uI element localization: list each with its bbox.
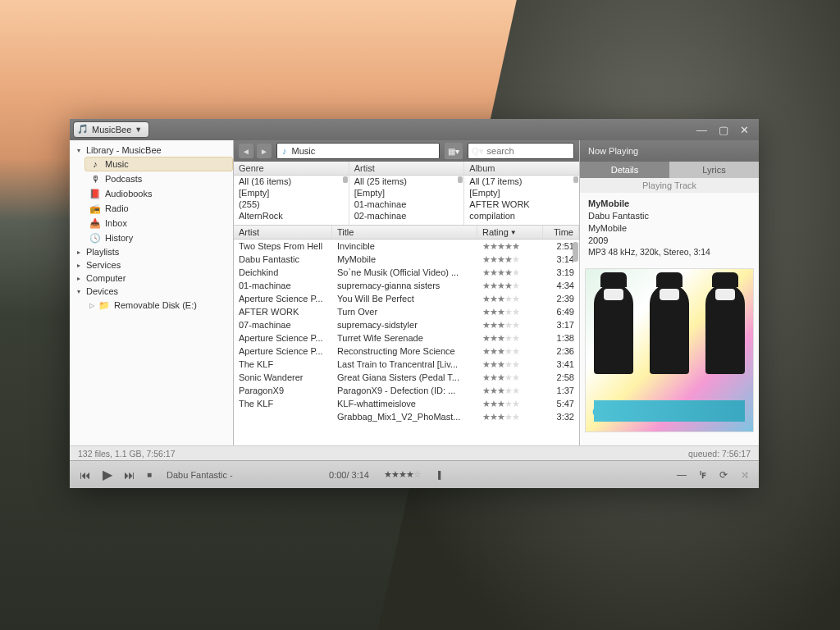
sidebar-library-header[interactable]: ▾ Library - MusicBee — [70, 144, 233, 157]
filter-genre[interactable]: Genre All (16 items)[Empty](255)AlternRo… — [234, 162, 349, 225]
table-row[interactable]: Sonic WandererGreat Giana Sisters (Pedal… — [234, 371, 579, 384]
col-time[interactable]: Time — [543, 226, 579, 239]
filter-artist[interactable]: Artist All (25 items)[Empty]01-machinae0… — [349, 162, 465, 225]
maximize-button[interactable]: ▢ — [719, 124, 728, 136]
minimize-button[interactable]: — — [696, 124, 707, 136]
cell-title: Turret Wife Serenade — [332, 331, 477, 345]
cell-artist: The KLF — [234, 358, 332, 371]
table-row[interactable]: The KLFKLF-whattimeislove★★★★★5:47 — [234, 397, 579, 410]
chevron-right-icon: ▸ — [75, 262, 83, 269]
close-button[interactable]: ✕ — [740, 124, 749, 136]
np-album: MyMobile — [588, 222, 751, 235]
sidebar-item-audiobooks[interactable]: 📕Audiobooks — [84, 186, 233, 201]
cell-rating: ★★★★★ — [477, 318, 543, 331]
filter-row[interactable]: compilation — [464, 210, 579, 221]
col-rating[interactable]: Rating▼ — [477, 226, 543, 239]
prev-button[interactable]: ⏮ — [80, 468, 91, 482]
search-icon: Q▾ — [472, 146, 484, 157]
sidebar-device[interactable]: ▷📁Removable Disk (E:) — [84, 298, 233, 313]
sidebar-devices-header[interactable]: ▾ Devices — [70, 285, 233, 298]
filter-row[interactable]: [Empty] — [234, 187, 349, 199]
sidebar-item-podcasts[interactable]: 🎙Podcasts — [84, 171, 233, 186]
cell-time: 2:36 — [543, 345, 579, 358]
cell-rating: ★★★★★ — [477, 331, 543, 345]
cell-time: 2:39 — [543, 292, 579, 305]
col-title[interactable]: Title — [332, 226, 477, 239]
item-icon: 📥 — [89, 217, 101, 229]
scrollbar[interactable] — [573, 242, 578, 262]
scrollbar[interactable] — [343, 176, 348, 183]
filter-row[interactable]: All (16 items) — [234, 176, 349, 187]
scrollbar[interactable] — [573, 176, 578, 183]
table-row[interactable]: 01-machinaesupremacy-gianna sisters★★★★★… — [234, 279, 579, 292]
shuffle-button[interactable]: ⤭ — [741, 469, 749, 481]
filter-row[interactable]: [Empty] — [349, 187, 464, 199]
eq-button[interactable]: — — [677, 469, 687, 481]
cell-title: You Will Be Perfect — [332, 292, 477, 305]
filter-row[interactable]: All (17 items) — [464, 176, 579, 187]
item-icon: 🕓 — [89, 232, 101, 244]
sidebar-item-history[interactable]: 🕓History — [84, 231, 233, 245]
folder-icon: 📁 — [98, 299, 110, 311]
sidebar-section-playlists[interactable]: ▸Playlists — [70, 245, 233, 258]
filter-row[interactable]: All (25 items) — [349, 176, 464, 187]
chevron-right-icon: ▸ — [75, 249, 83, 256]
cell-artist: ParagonX9 — [234, 384, 332, 397]
search-box[interactable]: Q▾ — [468, 143, 574, 159]
app-menu-button[interactable]: 🎵 MusicBee ▼ — [73, 121, 149, 138]
player-rating[interactable]: ★★★★☆ — [384, 469, 421, 480]
table-row[interactable]: ParagonX9ParagonX9 - Defection (ID: ...★… — [234, 384, 579, 397]
table-row[interactable]: Aperture Science P...You Will Be Perfect… — [234, 292, 579, 305]
play-button[interactable]: ▶ — [103, 467, 112, 482]
filter-row[interactable]: AlternRock — [234, 210, 349, 221]
filter-row[interactable]: AFTER WORK — [464, 199, 579, 210]
cell-time: 3:17 — [543, 318, 579, 331]
tab-lyrics[interactable]: Lyrics — [669, 162, 759, 178]
cell-title: MyMobile — [332, 253, 477, 266]
cell-time: 3:19 — [543, 266, 579, 279]
sidebar-item-music[interactable]: ♪Music — [84, 157, 233, 171]
cell-title: supremacy-gianna sisters — [332, 279, 477, 292]
col-artist[interactable]: Artist — [234, 226, 332, 239]
tab-details[interactable]: Details — [580, 162, 669, 178]
cell-time: 1:38 — [543, 331, 579, 345]
search-input[interactable] — [487, 146, 570, 156]
table-row[interactable]: Grabbag_Mix1_V2_PhoMast...★★★★★3:32 — [234, 410, 579, 423]
view-mode-button[interactable]: ▦▾ — [445, 143, 463, 159]
volume-icon[interactable]: ▐ — [436, 471, 441, 479]
table-row[interactable]: Dabu FantasticMyMobile★★★★★3:14 — [234, 253, 579, 266]
album-art[interactable]: dabufantastic — [585, 268, 754, 432]
filter-row[interactable]: [Empty] — [464, 187, 579, 199]
cell-title: Turn Over — [332, 305, 477, 318]
filter-row[interactable]: (255) — [234, 199, 349, 210]
cell-artist: Deichkind — [234, 266, 332, 279]
filter-row[interactable]: 02-machinae — [349, 210, 464, 221]
table-row[interactable]: Aperture Science P...Reconstructing More… — [234, 345, 579, 358]
table-row[interactable]: AFTER WORKTurn Over★★★★★6:49 — [234, 305, 579, 318]
track-table[interactable]: Artist Title Rating▼ Time Two Steps From… — [234, 226, 579, 445]
filter-row[interactable]: 01-machinae — [349, 199, 464, 210]
cell-rating: ★★★★★ — [477, 397, 543, 410]
lastfm-button[interactable]: ᴵꜰ — [700, 469, 706, 481]
titlebar[interactable]: 🎵 MusicBee ▼ — ▢ ✕ — [70, 119, 759, 140]
scrollbar[interactable] — [458, 176, 463, 183]
filter-album[interactable]: Album All (17 items)[Empty]AFTER WORKcom… — [464, 162, 579, 225]
cell-title: ParagonX9 - Defection (ID: ... — [332, 384, 477, 397]
sidebar-item-inbox[interactable]: 📥Inbox — [84, 216, 233, 231]
nav-back-button[interactable]: ◄ — [239, 144, 253, 158]
table-row[interactable]: Aperture Science P...Turret Wife Serenad… — [234, 331, 579, 345]
stop-button[interactable]: ■ — [147, 470, 152, 479]
table-row[interactable]: The KLFLast Train to Trancentral [Liv...… — [234, 358, 579, 371]
table-row[interactable]: 07-machinaesupremacy-sidstyler★★★★★3:17 — [234, 318, 579, 331]
sidebar-item-radio[interactable]: 📻Radio — [84, 201, 233, 216]
table-row[interactable]: DeichkindSo`ne Musik (Official Video) ..… — [234, 266, 579, 279]
breadcrumb[interactable]: ♪ Music — [276, 143, 440, 159]
status-left: 132 files, 1.1 GB, 7:56:17 — [78, 449, 176, 459]
np-tech: MP3 48 kHz, 320k, Stereo, 3:14 — [588, 246, 751, 258]
repeat-button[interactable]: ⟳ — [719, 469, 728, 481]
nav-forward-button[interactable]: ► — [257, 144, 272, 158]
sidebar-section-services[interactable]: ▸Services — [70, 258, 233, 272]
table-row[interactable]: Two Steps From HellInvincible★★★★★2:51 — [234, 240, 579, 253]
next-button[interactable]: ⏭ — [124, 468, 135, 482]
sidebar-section-computer[interactable]: ▸Computer — [70, 272, 233, 285]
